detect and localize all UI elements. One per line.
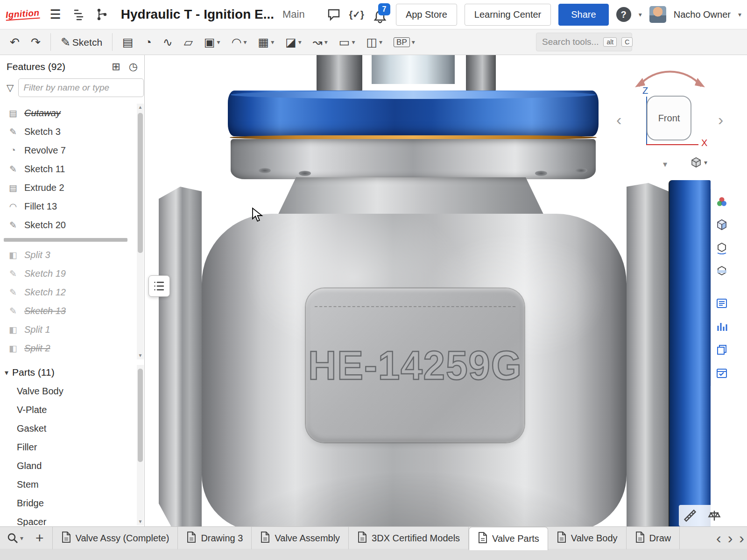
feature-item[interactable]: ✎ Sketch 12 bbox=[0, 283, 135, 301]
feature-item[interactable]: ✎ Sketch 19 bbox=[0, 264, 135, 283]
feature-filter-input[interactable] bbox=[18, 78, 144, 97]
sketch-button[interactable]: ✎ Sketch bbox=[57, 35, 106, 50]
tasks-panel-icon[interactable] bbox=[712, 363, 732, 384]
rotate-view-arrows-icon[interactable] bbox=[621, 62, 719, 89]
feature-item[interactable]: ◧ Split 1 bbox=[0, 320, 135, 339]
mirror-button-group[interactable]: ◫▾ bbox=[363, 35, 386, 50]
document-tab[interactable]: Valve Parts bbox=[469, 527, 548, 550]
add-tab-button[interactable]: + bbox=[31, 528, 49, 548]
scroll-up-icon[interactable]: ▲ bbox=[137, 104, 144, 111]
part-item[interactable]: Spacer bbox=[0, 512, 135, 526]
scroll-down-icon[interactable]: ▼ bbox=[137, 352, 144, 359]
rotate-left-icon[interactable]: ‹ bbox=[616, 112, 621, 127]
part-item[interactable]: Stem bbox=[0, 475, 135, 494]
notes-panel-icon[interactable] bbox=[712, 293, 732, 314]
features-scrollbar[interactable]: ▲ ▼ bbox=[137, 104, 144, 359]
notifications-bell-icon[interactable]: 7 bbox=[372, 5, 388, 24]
display-modes-icon[interactable] bbox=[712, 214, 732, 236]
feature-list-flyout-button[interactable] bbox=[148, 275, 170, 297]
rotate-right-icon[interactable]: › bbox=[718, 112, 723, 127]
feature-item[interactable]: ▤ Cutaway bbox=[0, 104, 135, 122]
view-cube[interactable]: ‹ › Z X Front ▾ ▾ bbox=[612, 62, 731, 179]
parts-scrollbar[interactable]: ▼ bbox=[137, 365, 144, 525]
filter-icon[interactable]: ▽ bbox=[7, 82, 14, 93]
part-item[interactable]: Gasket bbox=[0, 419, 135, 438]
tabs-overflow-icon[interactable]: › bbox=[739, 531, 744, 546]
feature-item[interactable]: ✎ Sketch 13 bbox=[0, 301, 135, 320]
loft-button[interactable]: ▱ bbox=[181, 35, 196, 50]
feature-item[interactable]: ◧ Split 2 bbox=[0, 339, 135, 357]
document-tab[interactable]: Valve Assembly bbox=[252, 527, 349, 549]
user-avatar[interactable] bbox=[649, 6, 666, 23]
fillet-button-group[interactable]: ◠▾ bbox=[228, 35, 250, 50]
documents-panel-icon[interactable] bbox=[712, 339, 732, 361]
version-tree-icon[interactable] bbox=[94, 7, 110, 22]
isometric-view-button[interactable]: ▾ bbox=[690, 156, 707, 168]
named-views-icon[interactable] bbox=[712, 238, 732, 259]
document-tab[interactable]: Valve Body bbox=[548, 527, 627, 549]
part-item[interactable]: Bridge bbox=[0, 494, 135, 512]
feature-item[interactable]: ✎ Sketch 11 bbox=[0, 160, 135, 178]
blue-bonnet-flange-geometry[interactable] bbox=[228, 91, 599, 136]
right-pipe-flange-geometry[interactable] bbox=[627, 183, 669, 526]
appearance-icon[interactable] bbox=[712, 191, 732, 212]
help-caret-icon[interactable]: ▾ bbox=[639, 11, 642, 18]
valve-stem-right-geometry[interactable] bbox=[466, 55, 496, 92]
search-tools-input[interactable]: Search tools... alt C bbox=[536, 33, 632, 51]
app-store-button[interactable]: App Store bbox=[396, 4, 457, 26]
user-name[interactable]: Nacho Owner bbox=[674, 9, 731, 20]
tabs-scroll-left-icon[interactable]: ‹ bbox=[716, 531, 721, 546]
part-item[interactable]: Valve Body bbox=[0, 382, 135, 400]
learning-center-button[interactable]: Learning Center bbox=[465, 4, 551, 26]
part-item[interactable]: Gland bbox=[0, 456, 135, 475]
undo-button[interactable]: ↶ bbox=[7, 35, 23, 50]
hamburger-menu-icon[interactable]: ☰ bbox=[46, 7, 65, 22]
feature-item[interactable]: ✎ Sketch 20 bbox=[0, 216, 135, 234]
insert-folder-icon[interactable]: ⊞ bbox=[112, 61, 120, 73]
document-tab[interactable]: Draw bbox=[627, 527, 680, 549]
help-icon[interactable]: ? bbox=[616, 7, 631, 22]
view-cube-front-face[interactable]: Front bbox=[647, 96, 691, 140]
rollback-bar[interactable] bbox=[4, 238, 127, 242]
thicken-button-group[interactable]: ▣▾ bbox=[201, 35, 224, 50]
scrollbar-thumb[interactable] bbox=[138, 113, 143, 253]
custom-feature-bp-button[interactable]: BP▾ bbox=[390, 35, 418, 49]
feature-item[interactable]: ◧ Split 3 bbox=[0, 245, 135, 264]
document-title[interactable]: Hydraulic T - Ignition E... bbox=[121, 7, 274, 22]
document-outline-icon[interactable] bbox=[71, 7, 87, 22]
charts-panel-icon[interactable] bbox=[712, 316, 732, 337]
workspace-label[interactable]: Main bbox=[282, 8, 305, 21]
feature-item[interactable]: ✎ Sketch 3 bbox=[0, 122, 135, 141]
left-pipe-flange-geometry[interactable] bbox=[159, 187, 202, 526]
graphics-viewport[interactable]: HE-14259G ‹ › Z X Front ▾ ▾ bbox=[145, 55, 747, 526]
pattern-button-group[interactable]: ▦▾ bbox=[255, 35, 278, 50]
tabs-scroll-right-icon[interactable]: › bbox=[728, 531, 733, 546]
featurescript-icon[interactable]: {✓} bbox=[349, 9, 364, 20]
comment-icon[interactable] bbox=[326, 7, 342, 22]
sweep-button[interactable]: ∿ bbox=[160, 35, 176, 50]
view-cube-caret-icon[interactable]: ▾ bbox=[663, 159, 667, 169]
revolve-button[interactable]: ◔ bbox=[141, 35, 155, 50]
part-item[interactable]: Filler bbox=[0, 438, 135, 456]
share-button[interactable]: Share bbox=[558, 4, 608, 26]
measure-icon[interactable] bbox=[680, 506, 700, 525]
feature-item[interactable]: ▤ Extrude 2 bbox=[0, 178, 135, 197]
mass-properties-icon[interactable] bbox=[704, 506, 725, 525]
section-view-icon[interactable] bbox=[712, 261, 732, 282]
valve-bore-geometry[interactable] bbox=[372, 55, 455, 84]
extrude-button[interactable]: ▤ bbox=[119, 35, 137, 50]
scrollbar-thumb[interactable] bbox=[138, 369, 143, 462]
document-tab[interactable]: Valve Assy (Complete) bbox=[52, 527, 178, 549]
boolean-button-group[interactable]: ◪▾ bbox=[282, 35, 305, 50]
user-menu-caret-icon[interactable]: ▾ bbox=[738, 11, 741, 18]
rollback-history-icon[interactable]: ◷ bbox=[129, 61, 138, 73]
feature-item[interactable]: ◔ Revolve 7 bbox=[0, 141, 135, 160]
parts-section-header[interactable]: ▾ Parts (11) bbox=[0, 367, 55, 378]
blue-mating-part-geometry[interactable] bbox=[669, 180, 711, 526]
spline-button-group[interactable]: ↝▾ bbox=[310, 35, 331, 50]
valve-stem-left-geometry[interactable] bbox=[317, 55, 362, 92]
nameplate-geometry[interactable]: HE-14259G bbox=[306, 288, 524, 442]
redo-button[interactable]: ↷ bbox=[28, 35, 44, 50]
document-tab[interactable]: 3DX Certified Models bbox=[349, 527, 469, 549]
body-flange-geometry[interactable] bbox=[231, 139, 596, 179]
